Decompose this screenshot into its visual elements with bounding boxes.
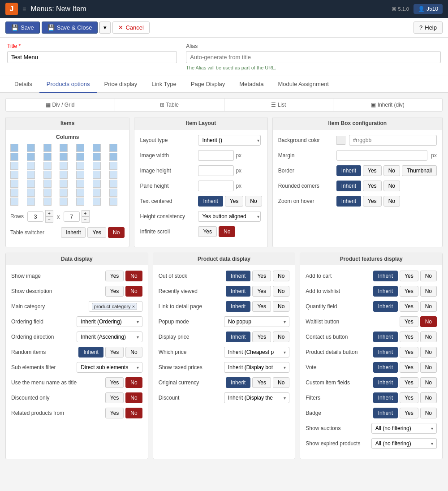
filters-no[interactable]: No bbox=[420, 392, 437, 403]
badge-inherit[interactable]: Inherit bbox=[373, 408, 398, 418]
random-inherit[interactable]: Inherit bbox=[78, 347, 103, 357]
grid-cell[interactable] bbox=[76, 180, 84, 188]
column-selector[interactable] bbox=[10, 144, 125, 206]
rounded-yes[interactable]: Yes bbox=[363, 181, 382, 191]
bg-color-input[interactable] bbox=[349, 135, 437, 146]
grid-cell[interactable] bbox=[60, 198, 68, 206]
grid-cell[interactable] bbox=[43, 144, 52, 152]
height-consistency-select[interactable]: Yes button aligned bbox=[198, 211, 261, 222]
grid-cell[interactable] bbox=[109, 144, 117, 152]
grid-cell[interactable] bbox=[43, 189, 52, 197]
waitlist-no[interactable]: No bbox=[420, 316, 437, 327]
grid-cell[interactable] bbox=[10, 198, 18, 206]
text-centered-inherit[interactable]: Inherit bbox=[198, 196, 223, 207]
product-details-no[interactable]: No bbox=[420, 347, 437, 357]
table-switcher-no[interactable]: No bbox=[108, 227, 125, 238]
tab-metadata[interactable]: Metadata bbox=[232, 76, 271, 93]
vote-inherit[interactable]: Inherit bbox=[373, 362, 398, 373]
product-details-yes[interactable]: Yes bbox=[400, 347, 418, 357]
add-to-cart-yes[interactable]: Yes bbox=[400, 271, 418, 281]
grid-cell[interactable] bbox=[27, 144, 35, 152]
custom-fields-no[interactable]: No bbox=[420, 377, 437, 388]
grid-cell[interactable] bbox=[109, 153, 117, 161]
grid-cell[interactable] bbox=[10, 144, 18, 152]
grid-cell[interactable] bbox=[10, 189, 18, 197]
save-close-button[interactable]: 💾 Save & Close bbox=[42, 22, 98, 34]
pane-height-input[interactable] bbox=[198, 181, 234, 191]
grid-cell[interactable] bbox=[109, 171, 117, 179]
border-inherit[interactable]: Inherit bbox=[336, 165, 361, 176]
border-thumbnail[interactable]: Thumbnail bbox=[402, 165, 437, 176]
display-price-inherit[interactable]: Inherit bbox=[226, 332, 250, 342]
rows-value[interactable]: 3 bbox=[27, 211, 43, 222]
grid-cell[interactable] bbox=[43, 198, 52, 206]
zoom-inherit[interactable]: Inherit bbox=[336, 196, 361, 207]
grid-cell[interactable] bbox=[43, 171, 52, 179]
border-yes[interactable]: Yes bbox=[363, 165, 382, 176]
add-to-wishlist-no[interactable]: No bbox=[420, 286, 437, 297]
grid-cell[interactable] bbox=[76, 153, 84, 161]
contact-us-yes[interactable]: Yes bbox=[400, 332, 418, 342]
discount-select[interactable]: Inherit (Display the bbox=[224, 392, 289, 403]
grid-cell[interactable] bbox=[10, 153, 18, 161]
grid-cell[interactable] bbox=[60, 171, 68, 179]
grid-cell[interactable] bbox=[93, 144, 101, 152]
menu-icon[interactable]: ≡ bbox=[22, 5, 26, 13]
vote-yes[interactable]: Yes bbox=[400, 362, 418, 373]
grid-cell[interactable] bbox=[27, 180, 35, 188]
grid-cell[interactable] bbox=[43, 153, 52, 161]
add-to-wishlist-yes[interactable]: Yes bbox=[400, 286, 418, 297]
zoom-yes[interactable]: Yes bbox=[363, 196, 382, 207]
main-cat-input[interactable]: product category × bbox=[89, 301, 142, 312]
contact-us-inherit[interactable]: Inherit bbox=[373, 332, 398, 342]
rounded-no[interactable]: No bbox=[383, 181, 400, 191]
infinite-scroll-no[interactable]: No bbox=[219, 226, 235, 237]
grid-cell[interactable] bbox=[76, 198, 84, 206]
rows-increment[interactable]: + bbox=[45, 210, 53, 216]
tab-module-assignment[interactable]: Module Assignment bbox=[271, 76, 336, 93]
show-auctions-select[interactable]: All (no filtering) bbox=[371, 423, 437, 434]
view-list[interactable]: ☰ List bbox=[224, 99, 334, 111]
discounted-only-no[interactable]: No bbox=[125, 392, 142, 403]
related-products-yes[interactable]: Yes bbox=[105, 408, 124, 418]
add-to-cart-no[interactable]: No bbox=[420, 271, 437, 281]
filters-yes[interactable]: Yes bbox=[400, 392, 418, 403]
waitlist-yes[interactable]: Yes bbox=[400, 316, 418, 327]
view-table[interactable]: ⊞ Table bbox=[115, 99, 224, 111]
grid-cell[interactable] bbox=[93, 189, 101, 197]
random-no[interactable]: No bbox=[125, 347, 142, 357]
original-currency-inherit[interactable]: Inherit bbox=[226, 377, 250, 388]
sub-elements-select[interactable]: Direct sub elements bbox=[77, 362, 142, 373]
grid-cell[interactable] bbox=[93, 171, 101, 179]
text-centered-no[interactable]: No bbox=[245, 196, 262, 207]
link-detail-inherit[interactable]: Inherit bbox=[226, 301, 250, 312]
grid-cell[interactable] bbox=[10, 171, 18, 179]
grid-cell[interactable] bbox=[109, 189, 117, 197]
grid-cell[interactable] bbox=[93, 162, 101, 170]
grid-cell[interactable] bbox=[43, 162, 52, 170]
grid-cell[interactable] bbox=[76, 189, 84, 197]
recently-viewed-inherit[interactable]: Inherit bbox=[226, 286, 250, 297]
original-currency-yes[interactable]: Yes bbox=[252, 377, 271, 388]
add-to-cart-inherit[interactable]: Inherit bbox=[373, 271, 398, 281]
grid-cell[interactable] bbox=[27, 198, 35, 206]
cols-increment[interactable]: + bbox=[82, 210, 90, 216]
view-inherit-div[interactable]: ▣ Inherit (div) bbox=[333, 99, 442, 111]
zoom-no[interactable]: No bbox=[383, 196, 400, 207]
rounded-inherit[interactable]: Inherit bbox=[336, 181, 361, 191]
grid-cell[interactable] bbox=[27, 171, 35, 179]
contact-us-no[interactable]: No bbox=[420, 332, 437, 342]
grid-cell[interactable] bbox=[93, 180, 101, 188]
recently-viewed-yes[interactable]: Yes bbox=[252, 286, 271, 297]
tab-price-display[interactable]: Price display bbox=[97, 76, 145, 93]
badge-no[interactable]: No bbox=[420, 408, 437, 418]
grid-cell[interactable] bbox=[10, 180, 18, 188]
grid-cell[interactable] bbox=[27, 153, 35, 161]
ordering-dir-select[interactable]: Inherit (Ascending) bbox=[77, 332, 142, 342]
tab-link-type[interactable]: Link Type bbox=[144, 76, 183, 93]
margin-input[interactable] bbox=[336, 150, 428, 161]
tab-products-options[interactable]: Products options bbox=[39, 76, 97, 93]
rows-decrement[interactable]: − bbox=[45, 216, 53, 223]
grid-cell[interactable] bbox=[27, 189, 35, 197]
original-currency-no[interactable]: No bbox=[273, 377, 289, 388]
